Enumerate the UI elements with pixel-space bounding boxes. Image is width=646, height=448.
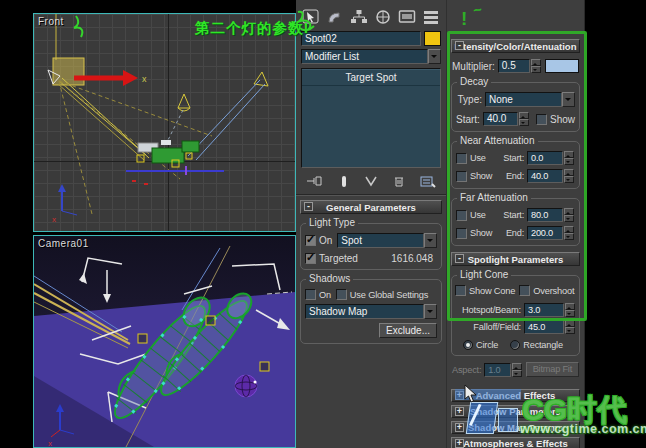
falloff-spinner[interactable] (565, 320, 575, 334)
bitmap-fit-button[interactable]: Bitmap Fit (526, 362, 579, 377)
tab-display[interactable] (397, 9, 417, 26)
camera-viewport-scene: x (34, 236, 295, 447)
object-name-field[interactable]: Spot02 (301, 31, 421, 46)
rollout-spotlight-parameters[interactable]: - Spotlight Parameters (451, 252, 580, 266)
rectangle-radio[interactable] (510, 340, 520, 350)
stack-item-target-spot[interactable]: Target Spot (302, 69, 440, 86)
group-near-attenuation: Near Attenuation Use Start: 0.0 Show End… (451, 141, 580, 189)
viewport-camera[interactable]: Camera01 (33, 235, 296, 448)
decay-start-spinner[interactable] (519, 112, 529, 126)
rollout-shadow-map-params[interactable]: + Shadow Map Params (451, 421, 580, 434)
front-viewport-scene: x (34, 14, 295, 231)
far-use-checkbox[interactable] (456, 210, 467, 221)
shadows-on-checkbox[interactable] (305, 289, 316, 300)
aspect-spinner[interactable] (512, 363, 522, 377)
x-axis-gizmo: x (74, 70, 147, 86)
tab-utilities[interactable] (421, 9, 441, 26)
helper-sphere[interactable] (235, 375, 257, 397)
pin-stack-icon[interactable] (306, 175, 324, 188)
svg-text:x: x (48, 439, 52, 447)
configure-modifier-sets-icon[interactable] (420, 175, 436, 188)
tab-motion[interactable] (373, 9, 393, 26)
rollout-atmospheres-effects[interactable]: + Atmospheres & Effects (451, 437, 580, 448)
light-color-swatch[interactable] (545, 59, 579, 73)
near-show-checkbox[interactable] (456, 171, 467, 182)
group-light-type: Light Type On Spot Targeted 1616.048 (300, 223, 442, 270)
tab-hierarchy[interactable] (349, 9, 369, 26)
model-top-view[interactable] (137, 140, 199, 167)
viewport-front-label: Front (38, 16, 64, 27)
far-start-spinner[interactable] (564, 208, 574, 222)
on-checkbox[interactable] (305, 235, 316, 246)
tab-modify[interactable] (325, 9, 345, 26)
3dsmax-window: Front x (0, 0, 646, 448)
tab-create[interactable] (301, 9, 321, 26)
decay-type-dropdown[interactable]: None (485, 92, 575, 107)
exclude-button[interactable]: Exclude... (379, 323, 437, 338)
remove-modifier-icon[interactable] (393, 175, 405, 188)
rollout-shadow-parameters[interactable]: + Shadow Parameters (451, 405, 580, 418)
show-cone-checkbox[interactable] (455, 285, 466, 296)
near-start-spinner[interactable] (564, 151, 574, 165)
circle-radio[interactable] (463, 340, 473, 350)
svg-text:x: x (142, 74, 147, 84)
near-start-field[interactable]: 0.0 (527, 151, 563, 165)
show-end-result-icon[interactable] (339, 175, 349, 188)
command-panel-left-column: Spot02 Modifier List Target Spot - Gener… (296, 0, 446, 448)
viewport-front[interactable]: Front x (33, 13, 296, 232)
modifier-stack-toolbar (296, 172, 446, 192)
make-unique-icon[interactable] (364, 175, 378, 188)
red-marker (132, 180, 136, 182)
multiplier-field[interactable]: 0.5 (498, 59, 530, 73)
group-light-cone: Light Cone Show Cone Overshoot Hotspot/B… (451, 275, 580, 356)
dropdown-arrow-icon[interactable] (424, 233, 437, 248)
targeted-checkbox[interactable] (305, 253, 316, 264)
command-panel-tabs (296, 0, 446, 27)
modifier-list-dropdown[interactable]: Modifier List (301, 49, 441, 64)
use-global-settings-checkbox[interactable] (336, 289, 347, 300)
group-shadows: Shadows On Use Global Settings Shadow Ma… (300, 279, 442, 344)
svg-text:x: x (52, 215, 56, 224)
hotspot-spinner[interactable] (565, 303, 575, 317)
shadow-type-dropdown[interactable]: Shadow Map (305, 304, 437, 319)
near-end-spinner[interactable] (564, 169, 574, 183)
light-type-dropdown[interactable]: Spot (337, 233, 437, 248)
falloff-field[interactable]: 45.0 (524, 320, 564, 334)
object-color-swatch[interactable] (424, 31, 441, 46)
near-use-checkbox[interactable] (456, 153, 467, 164)
far-end-field[interactable]: 200.0 (527, 226, 563, 240)
annotation-scribble (74, 16, 82, 37)
target-distance-value: 1616.048 (391, 253, 437, 264)
rollout-general-parameters[interactable]: - General Parameters (300, 200, 442, 214)
command-panel-right-column: - Intensity/Color/Attenuation Multiplier… (446, 0, 585, 448)
far-show-checkbox[interactable] (456, 228, 467, 239)
viewport-camera-label: Camera01 (38, 238, 89, 249)
rollout-advanced-effects[interactable]: + Advanced Effects (451, 389, 580, 402)
near-end-field[interactable]: 40.0 (527, 169, 563, 183)
rollout-intensity-color-attenuation[interactable]: - Intensity/Color/Attenuation (451, 39, 580, 53)
hotspot-field[interactable]: 3.0 (524, 303, 564, 317)
dropdown-arrow-icon[interactable] (562, 92, 575, 107)
light-source-box[interactable] (53, 58, 84, 85)
multiplier-spinner[interactable] (531, 59, 541, 73)
dropdown-arrow-icon[interactable] (424, 304, 437, 319)
axis-tripod: x (52, 184, 77, 224)
far-end-spinner[interactable] (564, 226, 574, 240)
divider (296, 194, 446, 196)
far-start-field[interactable]: 80.0 (527, 208, 563, 222)
top-right-light-icon[interactable] (188, 72, 268, 160)
aspect-field[interactable]: 1.0 (484, 363, 510, 377)
dropdown-arrow-icon[interactable] (428, 49, 441, 64)
red-marker (144, 183, 148, 185)
decay-show-checkbox[interactable] (536, 114, 547, 125)
decay-start-field[interactable]: 40.0 (483, 112, 518, 126)
modifier-stack[interactable]: Target Spot (301, 68, 441, 168)
group-decay: Decay Type: None Start: 40.0 Show (451, 82, 580, 132)
group-far-attenuation: Far Attenuation Use Start: 80.0 Show End… (451, 198, 580, 246)
overshoot-checkbox[interactable] (519, 285, 530, 296)
